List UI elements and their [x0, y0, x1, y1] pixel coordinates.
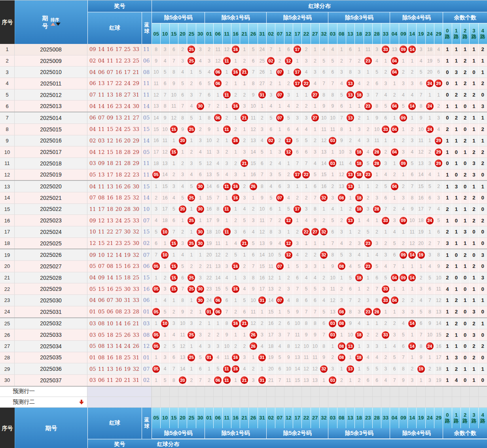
period-cell[interactable]: 2025015: [15, 124, 87, 135]
period-cell[interactable]: 2025009: [15, 55, 87, 66]
prediction-cell[interactable]: [275, 397, 284, 407]
period-cell[interactable]: 2025034: [15, 341, 87, 352]
prediction-dist-area[interactable]: [152, 387, 487, 397]
prediction-cell[interactable]: [160, 387, 169, 397]
prediction-cell[interactable]: [284, 397, 293, 407]
prediction-cell[interactable]: [407, 397, 416, 407]
prediction-cell[interactable]: [231, 387, 240, 397]
sort-desc-icon[interactable]: [56, 23, 61, 26]
prediction-cell[interactable]: [293, 387, 301, 397]
prediction-cell[interactable]: [275, 387, 284, 397]
prediction-cell[interactable]: [248, 387, 257, 397]
prediction-cell[interactable]: [240, 397, 248, 407]
prediction-cell[interactable]: [443, 387, 451, 397]
prediction-cell[interactable]: [372, 397, 381, 407]
prediction-cell[interactable]: [452, 387, 460, 397]
prediction-cell[interactable]: [187, 397, 195, 407]
prediction-cell[interactable]: [407, 387, 416, 397]
period-cell[interactable]: 2025020: [15, 181, 87, 192]
prediction-cell[interactable]: [266, 397, 275, 407]
prediction-cell[interactable]: [399, 387, 407, 397]
prediction-cell[interactable]: [293, 397, 301, 407]
prediction-cell[interactable]: [196, 387, 205, 397]
prediction-cell[interactable]: [434, 397, 443, 407]
prediction-cell[interactable]: [205, 397, 213, 407]
prediction-cell[interactable]: [390, 397, 398, 407]
prediction-cell[interactable]: [169, 387, 178, 397]
prediction-dist-area[interactable]: [152, 397, 487, 407]
prediction-cell[interactable]: [311, 387, 319, 397]
prediction-cell[interactable]: [160, 397, 169, 407]
period-cell[interactable]: 2025037: [15, 375, 87, 386]
period-cell[interactable]: 2025014: [15, 112, 87, 123]
prediction-cell[interactable]: [258, 397, 266, 407]
prediction-cell[interactable]: [390, 387, 398, 397]
prediction-cell[interactable]: [196, 397, 205, 407]
prediction-cell[interactable]: [469, 387, 478, 397]
period-cell[interactable]: 2025021: [15, 192, 87, 203]
prediction-prize-area[interactable]: [87, 387, 152, 397]
period-cell[interactable]: 2025012: [15, 89, 87, 101]
prediction-cell[interactable]: [364, 387, 372, 397]
prediction-cell[interactable]: [346, 397, 354, 407]
prediction-cell[interactable]: [248, 397, 257, 407]
prediction-cell[interactable]: [319, 387, 328, 397]
period-cell[interactable]: 2025031: [15, 306, 87, 317]
prediction-cell[interactable]: [460, 397, 469, 407]
period-cell[interactable]: 2025033: [15, 329, 87, 340]
prediction-cell[interactable]: [425, 397, 434, 407]
prediction-cell[interactable]: [328, 397, 337, 407]
prediction-cell[interactable]: [452, 397, 460, 407]
sort-asc-icon[interactable]: [51, 23, 55, 26]
prediction-cell[interactable]: [364, 397, 372, 407]
prediction-cell[interactable]: [443, 397, 451, 407]
prediction-cell[interactable]: [222, 397, 231, 407]
prediction-cell[interactable]: [266, 387, 275, 397]
prediction-cell[interactable]: [231, 397, 240, 407]
period-cell[interactable]: 2025010: [15, 66, 87, 78]
period-cell[interactable]: 2025035: [15, 352, 87, 363]
period-cell[interactable]: 2025019: [15, 169, 87, 180]
period-cell[interactable]: 2025023: [15, 215, 87, 226]
prediction-cell[interactable]: [240, 387, 248, 397]
prediction-cell[interactable]: [434, 387, 443, 397]
prediction-cell[interactable]: [337, 397, 346, 407]
period-cell[interactable]: 2025026: [15, 249, 87, 260]
prediction-cell[interactable]: [187, 387, 195, 397]
prediction-cell[interactable]: [328, 387, 337, 397]
prediction-cell[interactable]: [311, 397, 319, 407]
prediction-cell[interactable]: [381, 387, 390, 397]
prediction-cell[interactable]: [469, 397, 478, 407]
prediction-cell[interactable]: [354, 387, 363, 397]
prediction-cell[interactable]: [169, 397, 178, 407]
prediction-cell[interactable]: [399, 397, 407, 407]
prediction-cell[interactable]: [381, 397, 390, 407]
prediction-cell[interactable]: [372, 387, 381, 397]
prediction-cell[interactable]: [346, 387, 354, 397]
prediction-prize-area[interactable]: [87, 397, 152, 407]
prediction-cell[interactable]: [284, 387, 293, 397]
prediction-cell[interactable]: [354, 397, 363, 407]
period-cell[interactable]: 2025028: [15, 272, 87, 283]
prediction-cell[interactable]: [425, 387, 434, 397]
period-cell[interactable]: 2025029: [15, 283, 87, 294]
prediction-cell[interactable]: [213, 387, 222, 397]
period-cell[interactable]: 2025011: [15, 78, 87, 89]
prediction-cell[interactable]: [178, 397, 187, 407]
period-cell[interactable]: 2025030: [15, 295, 87, 306]
period-cell[interactable]: 2025017: [15, 146, 87, 158]
period-cell[interactable]: 2025025: [15, 238, 87, 249]
period-cell[interactable]: 2025018: [15, 158, 87, 169]
prediction-cell[interactable]: [416, 387, 425, 397]
prediction-row[interactable]: 预测行二: [0, 397, 487, 408]
prediction-cell[interactable]: [319, 397, 328, 407]
prediction-cell[interactable]: [478, 397, 487, 407]
prediction-cell[interactable]: [213, 397, 222, 407]
prediction-cell[interactable]: [152, 387, 160, 397]
period-cell[interactable]: 2025016: [15, 135, 87, 146]
period-cell[interactable]: 2025032: [15, 318, 87, 329]
prediction-cell[interactable]: [460, 387, 469, 397]
period-cell[interactable]: 2025022: [15, 204, 87, 215]
prediction-cell[interactable]: [301, 387, 310, 397]
prediction-cell[interactable]: [478, 387, 487, 397]
